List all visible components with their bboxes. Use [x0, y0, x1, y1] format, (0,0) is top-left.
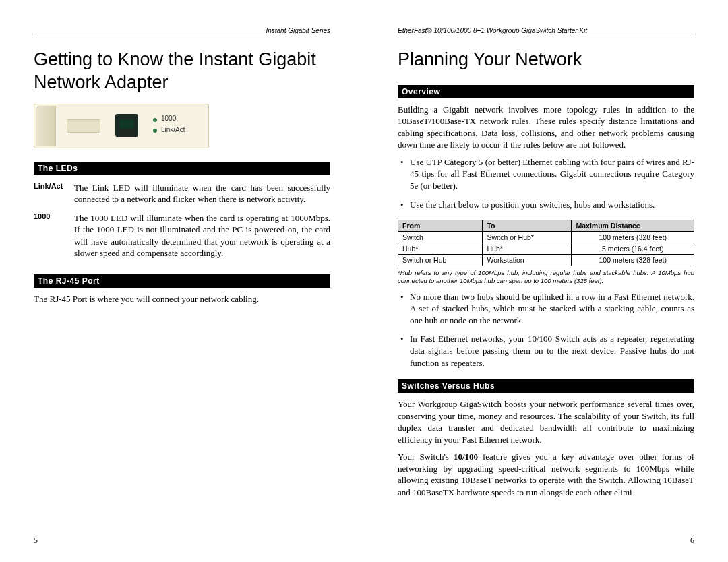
led-linkact-row: Link/Act The Link LED will illuminate wh… [34, 182, 330, 206]
bullet-chart-intro: Use the chart below to position your swi… [398, 199, 694, 211]
led-1000-icon [153, 118, 157, 122]
section-leds: The LEDs [34, 162, 330, 175]
led-1000-row: 1000 The 1000 LED will illuminate when t… [34, 212, 330, 259]
table-row: Switch Switch or Hub* 100 meters (328 fe… [398, 232, 694, 243]
overview-body: Building a Gigabit network involves more… [398, 104, 694, 151]
page-title-right: Planning Your Network [398, 49, 694, 71]
page-left: Instant Gigabit Series Getting to Know t… [0, 0, 364, 562]
page-number-left: 5 [34, 536, 38, 546]
page-right: EtherFast® 10/100/1000 8+1 Workgroup Gig… [364, 0, 728, 562]
adapter-illustration: 1000 Link/Act [34, 104, 209, 148]
led-1000-label: 1000 [161, 115, 176, 122]
distance-table: From To Maximum Distance Switch Switch o… [398, 220, 694, 266]
table-header-from: From [398, 220, 483, 232]
led-1000-body: The 1000 LED will illuminate when the ca… [74, 212, 330, 259]
switches-p1: Your Workgroup GigaSwitch boosts your ne… [398, 398, 694, 445]
bullet-cabling: Use UTP Category 5 (or better) Ethernet … [398, 156, 694, 192]
rj45-port-icon [115, 114, 138, 137]
led-linkact-term: Link/Act [34, 182, 74, 206]
bullet-repeater: In Fast Ethernet networks, your 10/100 S… [398, 333, 694, 369]
table-footnote: *Hub refers to any type of 100Mbps hub, … [398, 269, 694, 286]
table-row: Hub* Hub* 5 meters (16.4 feet) [398, 243, 694, 255]
section-switches: Switches Versus Hubs [398, 379, 694, 393]
table-header-max: Maximum Distance [572, 220, 694, 232]
led-linkact-icon [153, 129, 157, 133]
led-linkact-body: The Link LED will illuminate when the ca… [74, 182, 330, 206]
table-header-to: To [483, 220, 572, 232]
led-linkact-label: Link/Act [161, 126, 185, 133]
section-overview: Overview [398, 85, 694, 98]
page-title-left: Getting to Know the Instant Gigabit Netw… [34, 49, 330, 94]
overview-bullets-2: No more than two hubs should be uplinked… [398, 291, 694, 375]
running-header-left: Instant Gigabit Series [34, 27, 330, 36]
overview-bullets-1: Use UTP Category 5 (or better) Ethernet … [398, 156, 694, 217]
section-rj45: The RJ-45 Port [34, 274, 330, 288]
bullet-hub-limit: No more than two hubs should be uplinked… [398, 291, 694, 327]
switches-p2: Your Switch's 10/100 feature gives you a… [398, 451, 694, 498]
running-header-right: EtherFast® 10/100/1000 8+1 Workgroup Gig… [398, 27, 694, 36]
table-row: Switch or Hub Workstation 100 meters (32… [398, 255, 694, 266]
led-1000-term: 1000 [34, 212, 74, 259]
rj45-body: The RJ-45 Port is where you will connect… [34, 293, 330, 305]
page-number-right: 6 [690, 536, 694, 546]
